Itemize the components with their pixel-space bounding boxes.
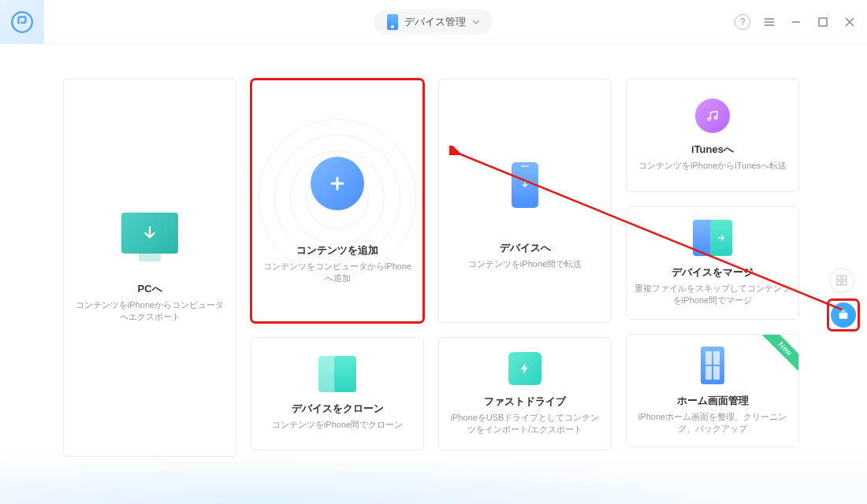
drive-icon (508, 352, 541, 385)
menu-button[interactable] (761, 14, 777, 30)
help-button[interactable]: ? (735, 14, 750, 30)
card-desc: iPhoneをUSBドライブとしてコンテンツをインポート/エクスポート (447, 412, 603, 436)
card-desc: コンテンツをコンピュータからiPhoneへ追加 (259, 261, 415, 285)
plus-icon (311, 157, 364, 210)
svg-rect-6 (839, 313, 848, 318)
card-desc: コンテンツをiPhoneからiTunesへ転送 (638, 160, 787, 172)
device-dropdown[interactable]: デバイス管理 (374, 9, 493, 35)
home-screen-icon (701, 346, 724, 384)
svg-rect-3 (843, 276, 847, 280)
card-desc: 重複ファイルをスキップしてコンテンツをiPhone間でマージ (634, 283, 791, 307)
clone-icon (318, 356, 356, 392)
svg-rect-5 (843, 281, 847, 285)
card-desc: iPhoneホーム画面を整理、クリーニング、バックアップ (634, 411, 791, 435)
card-title: デバイスへ (500, 241, 551, 255)
minimize-button[interactable] (788, 14, 804, 30)
card-title: ホーム画面管理 (677, 394, 749, 408)
dropdown-label: デバイス管理 (404, 15, 466, 29)
window-controls: ? (735, 14, 858, 30)
card-merge[interactable]: デバイスをマージ 重複ファイルをスキップしてコンテンツをiPhone間でマージ (626, 206, 799, 320)
card-desc: コンテンツをiPhone間で転送 (468, 258, 582, 270)
titlebar: デバイス管理 ? (0, 0, 867, 44)
card-to-pc[interactable]: PCへ コンテンツをiPhoneからコンピュータへエクスポート (63, 79, 236, 457)
new-ribbon: New (759, 335, 798, 374)
card-title: デバイスをクローン (292, 402, 384, 416)
svg-rect-4 (837, 281, 841, 285)
card-to-itunes[interactable]: iTunesへ コンテンツをiPhoneからiTunesへ転送 (626, 79, 799, 192)
card-to-device[interactable]: デバイスへ コンテンツをiPhone間で転送 (438, 79, 612, 323)
card-add-content[interactable]: コンテンツを追加 コンテンツをコンピュータからiPhoneへ追加 (251, 79, 424, 323)
card-title: デバイスをマージ (672, 265, 754, 280)
toolbox-button[interactable] (831, 302, 856, 328)
monitor-icon (121, 213, 178, 254)
side-buttons (829, 268, 858, 329)
close-button[interactable] (842, 14, 858, 30)
card-title: PCへ (137, 282, 162, 296)
toolbox-button-highlight (829, 301, 858, 329)
svg-rect-1 (819, 18, 827, 26)
card-title: ファストドライブ (484, 395, 566, 409)
svg-rect-2 (837, 276, 841, 280)
merge-icon (693, 220, 732, 256)
card-title: iTunesへ (691, 143, 734, 157)
maximize-button[interactable] (815, 14, 831, 30)
card-fast-drive[interactable]: ファストドライブ iPhoneをUSBドライブとしてコンテンツをインポート/エク… (438, 337, 612, 450)
app-logo (0, 0, 44, 44)
itunes-icon (695, 98, 730, 133)
card-desc: コンテンツをiPhone間でクローン (272, 419, 403, 431)
chevron-down-icon (472, 20, 480, 24)
card-home-screen[interactable]: New ホーム画面管理 iPhoneホーム画面を整理、クリーニング、バックアップ (626, 334, 799, 447)
grid-view-button[interactable] (829, 268, 854, 293)
card-clone[interactable]: デバイスをクローン コンテンツをiPhone間でクローン (251, 337, 424, 450)
card-title: コンテンツを追加 (296, 243, 378, 258)
card-desc: コンテンツをiPhoneからコンピュータへエクスポート (72, 299, 228, 324)
main-content: PCへ コンテンツをiPhoneからコンピュータへエクスポート コンテンツを追加… (0, 44, 867, 472)
phone-icon (387, 14, 398, 30)
phone-download-icon (512, 162, 538, 208)
